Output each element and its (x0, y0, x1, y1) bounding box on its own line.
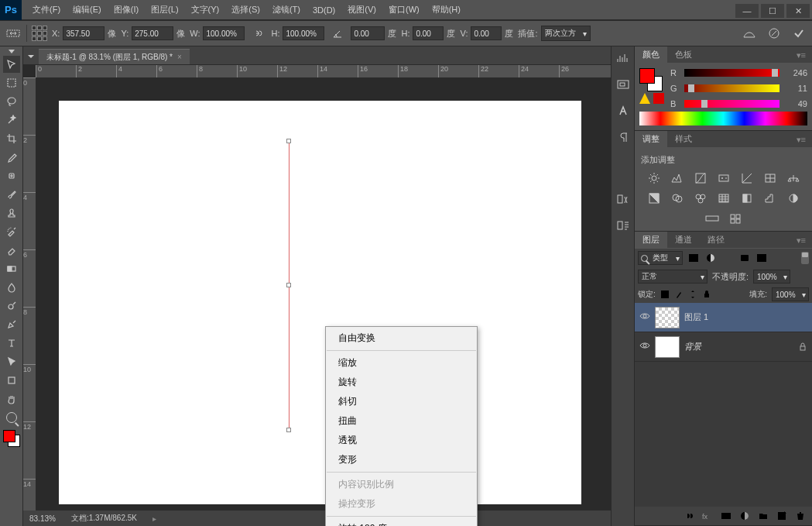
vibrance-icon[interactable] (739, 172, 755, 184)
hand-tool[interactable] (3, 390, 20, 407)
x-input[interactable] (63, 26, 104, 40)
canvas-area[interactable] (36, 77, 611, 511)
ctx-free-transform[interactable]: 自由变换 (326, 328, 477, 348)
bw-icon[interactable] (646, 192, 662, 205)
ruler-horizontal[interactable]: 02468101214161820222426 (36, 65, 611, 77)
adjustments-tab[interactable]: 调整 (635, 131, 667, 147)
menu-item[interactable]: 3D(D) (307, 4, 341, 16)
vskew-input[interactable] (471, 26, 502, 40)
color-tab[interactable]: 颜色 (635, 46, 667, 63)
filter-adjust-icon[interactable] (704, 253, 717, 263)
lock-position-icon[interactable] (688, 290, 697, 299)
closest-color-swatch[interactable] (653, 93, 664, 104)
cancel-transform-icon[interactable] (766, 25, 783, 42)
invert-icon[interactable] (739, 192, 755, 205)
hskew-input[interactable] (413, 26, 444, 40)
menu-item[interactable]: 视图(V) (341, 2, 382, 17)
ctx-skew[interactable]: 斜切 (326, 392, 477, 411)
mask-icon[interactable] (721, 511, 731, 521)
brush-tool[interactable] (3, 186, 20, 203)
menu-item[interactable]: 编辑(E) (67, 2, 108, 17)
layers-tab[interactable]: 图层 (635, 232, 667, 248)
lock-trans-icon[interactable] (660, 290, 670, 299)
type-tool[interactable] (3, 335, 20, 352)
para-styles-panel-icon[interactable] (615, 218, 631, 232)
character-panel-icon[interactable] (615, 104, 631, 118)
link-wh-icon[interactable] (249, 25, 266, 42)
y-input[interactable] (132, 26, 173, 40)
layer-name[interactable]: 图层 1 (684, 311, 708, 323)
h-input[interactable] (283, 26, 324, 40)
dodge-tool[interactable] (3, 297, 20, 315)
filter-smart-icon[interactable] (755, 253, 768, 263)
gradient-tool[interactable] (3, 260, 20, 277)
move-tool[interactable] (3, 56, 20, 73)
threshold-icon[interactable] (786, 192, 801, 205)
g-value[interactable]: 11 (784, 84, 807, 93)
paths-tab[interactable]: 路径 (700, 232, 732, 248)
angle-input[interactable] (351, 26, 385, 40)
color-lookup-icon[interactable] (716, 192, 731, 205)
visibility-icon[interactable] (639, 312, 650, 323)
maximize-button[interactable]: ☐ (761, 4, 784, 18)
document-tab[interactable]: 未标题-1 @ 83.1% (图层 1, RGB/8) *× (39, 49, 190, 64)
color-swatch[interactable] (3, 430, 20, 447)
interp-select[interactable]: 两次立方 (541, 26, 591, 41)
panel-menu-icon[interactable]: ▾≡ (790, 233, 812, 248)
filter-pixel-icon[interactable] (687, 253, 700, 263)
color-swatch-pair[interactable] (639, 68, 663, 91)
layer-row[interactable]: 背景 (635, 332, 812, 362)
link-layers-icon[interactable] (684, 511, 694, 521)
close-tab-icon[interactable]: × (177, 53, 182, 61)
canvas[interactable] (59, 101, 581, 504)
ctx-rotate[interactable]: 旋转 (326, 373, 477, 392)
minimize-button[interactable]: — (735, 4, 759, 18)
posterize-icon[interactable] (762, 192, 778, 205)
swatches-tab[interactable]: 色板 (667, 46, 700, 63)
magic-wand-tool[interactable] (3, 112, 20, 129)
spectrum-bar[interactable] (639, 112, 807, 125)
blend-mode-select[interactable]: 正常 (638, 270, 708, 284)
filter-toggle[interactable] (801, 252, 809, 264)
close-button[interactable]: ✕ (786, 4, 810, 18)
new-layer-icon[interactable] (776, 511, 787, 521)
char-styles-panel-icon[interactable] (615, 192, 631, 206)
ctx-perspective[interactable]: 透视 (326, 431, 477, 450)
channels-tab[interactable]: 通道 (667, 232, 700, 248)
menu-item[interactable]: 帮助(H) (426, 2, 467, 17)
menu-item[interactable]: 滤镜(T) (266, 2, 307, 17)
filter-kind-select[interactable]: 类型 (638, 251, 683, 265)
filter-type-icon[interactable] (721, 253, 734, 263)
marquee-tool[interactable] (3, 74, 20, 91)
fx-icon[interactable]: fx (702, 511, 713, 521)
warp-mode-icon[interactable] (741, 25, 758, 42)
lock-pixels-icon[interactable] (674, 290, 684, 299)
layer-thumbnail[interactable] (655, 307, 680, 328)
ruler-vertical[interactable]: 02468101214 (23, 77, 36, 511)
commit-transform-icon[interactable] (790, 25, 807, 42)
transform-handle-bot[interactable] (286, 428, 291, 432)
selective-color-icon[interactable] (728, 212, 743, 225)
color-balance-icon[interactable] (786, 172, 801, 184)
brightness-icon[interactable] (646, 172, 662, 184)
history-brush-tool[interactable] (3, 223, 20, 240)
transform-handle-top[interactable] (286, 139, 291, 143)
ctx-distort[interactable]: 扭曲 (326, 411, 477, 431)
ctx-scale[interactable]: 缩放 (326, 353, 477, 373)
layer-thumbnail[interactable] (655, 336, 680, 358)
curves-icon[interactable] (693, 172, 708, 184)
w-input[interactable] (203, 26, 245, 40)
histogram-panel-icon[interactable] (615, 51, 631, 65)
trash-icon[interactable] (795, 511, 806, 521)
adjustment-layer-icon[interactable] (739, 511, 750, 521)
panel-menu-icon[interactable]: ▾≡ (790, 132, 812, 147)
visibility-icon[interactable] (639, 342, 650, 352)
styles-tab[interactable]: 样式 (667, 131, 700, 147)
b-slider[interactable] (684, 100, 779, 108)
pen-tool[interactable] (3, 316, 20, 333)
transform-tool-icon[interactable] (5, 25, 22, 42)
transform-handle-mid[interactable] (286, 283, 291, 287)
b-value[interactable]: 49 (784, 99, 807, 108)
layer-row[interactable]: 图层 1 (635, 303, 812, 332)
stamp-tool[interactable] (3, 205, 20, 222)
